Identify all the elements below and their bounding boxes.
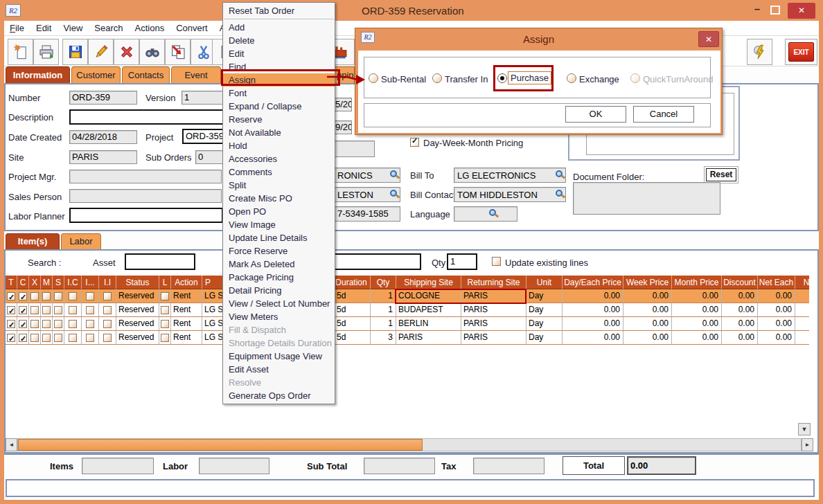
row-checkbox[interactable] [69, 320, 77, 328]
tab-information[interactable]: Information [6, 66, 70, 83]
table-cell[interactable]: Rent [171, 317, 202, 331]
row-checkbox[interactable] [54, 320, 62, 328]
table-cell[interactable]: BERLIN [396, 317, 461, 331]
row-checkbox[interactable] [30, 292, 39, 300]
sales-person-field[interactable] [69, 189, 222, 203]
version-field[interactable]: 1 [182, 91, 224, 105]
hscroll-right-icon[interactable] [802, 438, 813, 451]
menu-actions[interactable]: Actions [135, 23, 165, 33]
ok-button[interactable]: OK [565, 106, 626, 123]
dwm-pricing-checkbox[interactable] [410, 138, 419, 147]
table-cell[interactable] [41, 317, 53, 331]
assign-dialog-close-icon[interactable] [698, 31, 719, 47]
table-cell[interactable] [99, 289, 116, 303]
table-cell[interactable] [64, 331, 82, 345]
new-document-toolbar-button[interactable] [8, 39, 33, 65]
table-cell[interactable] [82, 303, 99, 317]
context-menu-item-expand-collapse[interactable]: Expand / Collapse [223, 100, 335, 113]
table-cell[interactable] [159, 317, 171, 331]
delete-toolbar-button[interactable] [114, 39, 139, 65]
table-cell[interactable] [795, 317, 809, 331]
row-checkbox[interactable] [42, 292, 51, 300]
bill-to-lookup-icon[interactable] [556, 170, 563, 177]
context-menu-item-generate-ops-order[interactable]: Generate Ops Order [223, 389, 335, 402]
row-checkbox[interactable] [161, 334, 169, 342]
labor-planner-field[interactable] [69, 208, 223, 223]
site-field[interactable]: PARIS [69, 150, 137, 164]
table-cell[interactable]: 0.00 [623, 289, 672, 303]
table-cell[interactable]: 0.00 [563, 289, 623, 303]
hscroll-thumb[interactable] [18, 439, 423, 451]
table-cell[interactable] [64, 303, 82, 317]
row-checkbox[interactable] [86, 306, 94, 314]
column-header-net-each[interactable]: Net Each [758, 276, 795, 289]
column-header-i-c[interactable]: I.C [64, 276, 82, 289]
table-cell[interactable] [795, 303, 809, 317]
row-checkbox[interactable] [103, 334, 112, 342]
column-header-discount[interactable]: Discount [722, 276, 758, 289]
context-menu-item-find[interactable]: Find [223, 60, 335, 73]
table-cell[interactable]: 0.00 [672, 289, 722, 303]
table-cell[interactable] [99, 331, 116, 345]
customer-lookup-icon[interactable] [390, 170, 397, 177]
table-cell[interactable] [17, 289, 29, 303]
table-cell[interactable]: 5d [333, 317, 371, 331]
row-checkbox[interactable] [7, 306, 15, 314]
bill-contact-lookup-icon[interactable] [556, 190, 563, 197]
table-cell[interactable] [82, 331, 99, 345]
column-header-c[interactable]: C [17, 276, 29, 289]
table-cell[interactable] [53, 289, 64, 303]
column-header-day-each-price[interactable]: Day/Each Price [563, 276, 623, 289]
table-cell[interactable]: 0.00 [722, 317, 758, 331]
table-cell[interactable]: Day [526, 303, 563, 317]
context-menu-item-reserve[interactable]: Reserve [223, 113, 335, 126]
table-cell[interactable]: 0.00 [758, 331, 795, 345]
table-cell[interactable] [99, 317, 116, 331]
context-menu-item-create-misc-po[interactable]: Create Misc PO [223, 192, 335, 205]
column-header-duration[interactable]: Duration [333, 276, 371, 289]
row-checkbox[interactable] [30, 320, 39, 328]
context-menu-item-assign[interactable]: Assign [223, 73, 335, 87]
context-menu-item-fill-dispatch[interactable]: Fill & Dispatch [223, 323, 335, 336]
column-header-i-i[interactable]: I.I [99, 276, 116, 289]
table-row[interactable]: ReservedRentLG ST5d1BERLINPARISDay0.000.… [6, 317, 809, 331]
table-cell[interactable] [53, 317, 64, 331]
context-menu-item-view-meters[interactable]: View Meters [223, 310, 335, 323]
row-checkbox[interactable] [19, 320, 27, 328]
table-cell[interactable]: Rent [171, 289, 202, 303]
table-cell[interactable] [795, 289, 809, 303]
table-row[interactable]: ReservedRentLG ST5d3PARISPARISDay0.000.0… [6, 331, 809, 345]
context-menu-item-open-po[interactable]: Open PO [223, 205, 335, 218]
column-header-week-price[interactable]: Week Price [623, 276, 672, 289]
table-cell[interactable]: Day [526, 317, 563, 331]
column-header-i-[interactable]: I... [82, 276, 99, 289]
table-cell[interactable] [41, 331, 53, 345]
row-checkbox[interactable] [86, 334, 94, 342]
row-checkbox[interactable] [19, 334, 27, 342]
bill-contact-field[interactable]: TOM HIDDLESTON [454, 187, 566, 202]
row-checkbox[interactable] [19, 306, 27, 314]
table-cell[interactable]: 0.00 [758, 317, 795, 331]
table-cell[interactable]: 3 [371, 331, 396, 345]
table-cell[interactable]: 5d [333, 331, 371, 345]
table-cell[interactable]: Day [526, 331, 563, 345]
context-menu-item-edit[interactable]: Edit [223, 47, 335, 60]
row-checkbox[interactable] [42, 334, 51, 342]
row-checkbox[interactable] [54, 292, 62, 300]
tab-customer[interactable]: Customer [71, 66, 121, 83]
table-cell[interactable] [29, 331, 41, 345]
tab-event[interactable]: Event [171, 66, 221, 83]
number-field[interactable]: ORD-359 [69, 91, 137, 105]
update-existing-lines-checkbox[interactable] [492, 257, 501, 266]
row-checkbox[interactable] [42, 306, 51, 314]
table-cell[interactable]: 1 [371, 289, 396, 303]
tab-items[interactable]: Item(s) [6, 233, 60, 249]
context-menu-item-font[interactable]: Font [223, 87, 335, 100]
radio-transfer-in[interactable] [432, 73, 442, 83]
table-cell[interactable] [17, 303, 29, 317]
table-cell[interactable] [29, 303, 41, 317]
table-cell[interactable] [159, 289, 171, 303]
menu-search[interactable]: Search [94, 23, 123, 33]
qty-input[interactable]: 1 [447, 253, 477, 270]
lightning-toolbar-button[interactable] [747, 39, 772, 65]
